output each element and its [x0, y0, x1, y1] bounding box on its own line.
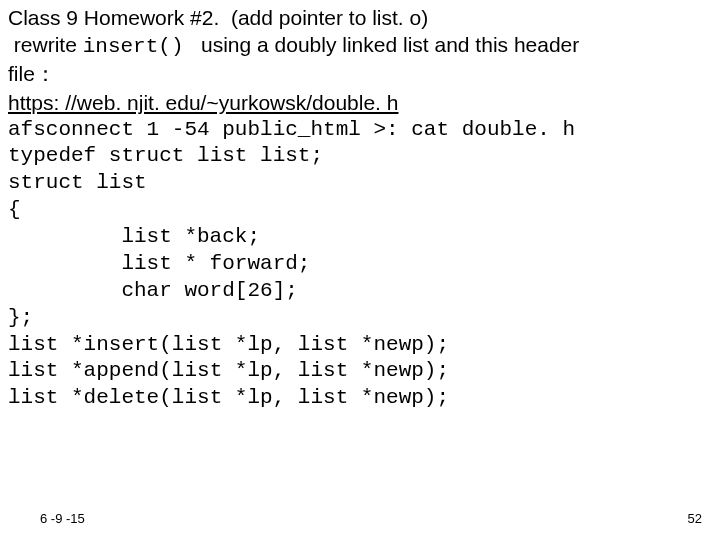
file-line: file： — [8, 61, 712, 90]
code-line-3: struct list — [8, 170, 712, 197]
code-line-11: list *delete(list *lp, list *newp); — [8, 385, 712, 412]
code-line-4: { — [8, 197, 712, 224]
code-line-10: list *append(list *lp, list *newp); — [8, 358, 712, 385]
link-line: https: //web. njit. edu/~yurkowsk/double… — [8, 90, 712, 117]
code-line-9: list *insert(list *lp, list *newp); — [8, 332, 712, 359]
footer-date: 6 -9 -15 — [40, 511, 85, 526]
footer-page-number: 52 — [688, 511, 702, 526]
title-note: (add pointer to list. o) — [231, 6, 428, 29]
code-line-2: typedef struct list list; — [8, 143, 712, 170]
instr-a: rewrite — [8, 33, 83, 56]
code-line-5: list *back; — [8, 224, 712, 251]
code-line-6: list * forward; — [8, 251, 712, 278]
code-line-8: }; — [8, 305, 712, 332]
code-line-7: char word[26]; — [8, 278, 712, 305]
slide-content: Class 9 Homework #2. (add pointer to lis… — [0, 0, 720, 412]
instr-code: insert() — [83, 35, 184, 58]
file-label: file — [8, 62, 35, 85]
slide-footer: 6 -9 -15 52 — [0, 511, 720, 526]
header-link[interactable]: https: //web. njit. edu/~yurkowsk/double… — [8, 91, 398, 114]
code-line-1: afsconnect 1 -54 public_html >: cat doub… — [8, 117, 712, 144]
instr-b: using a doubly linked list and this head… — [184, 33, 580, 56]
file-colon: ： — [35, 64, 56, 87]
instruction-line: rewrite insert() using a doubly linked l… — [8, 32, 712, 61]
title-main: Class 9 Homework #2. — [8, 6, 231, 29]
title-line: Class 9 Homework #2. (add pointer to lis… — [8, 5, 712, 32]
